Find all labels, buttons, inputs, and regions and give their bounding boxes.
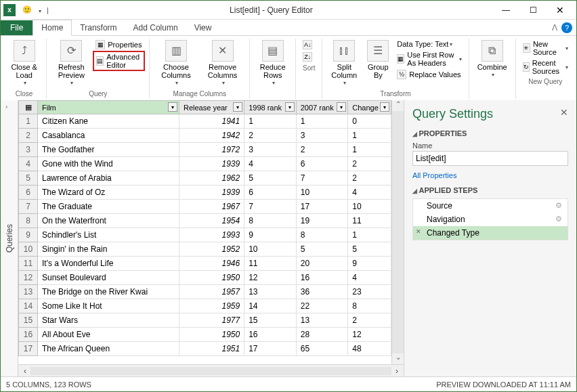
cell-2007[interactable]: 10 [296, 186, 348, 200]
cell-1998[interactable]: 10 [244, 242, 297, 257]
cell-2007[interactable]: 3 [296, 129, 348, 143]
cell-1998[interactable]: 7 [244, 200, 297, 214]
transform-tab[interactable]: Transform [72, 20, 125, 35]
cell-change[interactable]: 1 [348, 143, 391, 157]
cell-2007[interactable]: 6 [296, 157, 348, 171]
cell-change[interactable]: 1 [348, 129, 391, 143]
new-source-button[interactable]: ✳New Source [520, 39, 571, 58]
cell-1998[interactable]: 2 [244, 129, 297, 143]
column-header[interactable]: 2007 rank▾ [296, 101, 348, 114]
cell-film[interactable]: Lawrence of Arabia [38, 171, 179, 186]
cell-2007[interactable]: 8 [296, 228, 348, 242]
cell-1998[interactable]: 11 [244, 257, 297, 271]
column-header[interactable]: Change▾ [348, 101, 391, 114]
cell-film[interactable]: The African Queen [38, 342, 179, 356]
cell-2007[interactable]: 36 [296, 285, 348, 299]
cell-year[interactable]: 1941 [179, 114, 244, 129]
file-tab[interactable]: File [1, 20, 33, 35]
cell-2007[interactable]: 7 [296, 171, 348, 186]
cell-film[interactable]: The Bridge on the River Kwai [38, 285, 179, 299]
scroll-down-icon[interactable]: ⌄ [392, 353, 404, 364]
remove-columns-button[interactable]: ✕Remove Columns [200, 39, 246, 89]
table-row[interactable]: 15 Star Wars 1977 15 13 2 [19, 313, 391, 328]
first-row-headers-button[interactable]: ▦Use First Row As Headers [394, 49, 464, 68]
cell-change[interactable]: 9 [348, 257, 391, 271]
cell-film[interactable]: Citizen Kane [38, 114, 179, 129]
cell-year[interactable]: 1977 [179, 313, 244, 328]
cell-1998[interactable]: 4 [244, 157, 297, 171]
query-name-input[interactable] [412, 151, 568, 166]
row-number[interactable]: 15 [19, 313, 38, 328]
applied-step[interactable]: Navigation⚙ [413, 213, 568, 226]
cell-1998[interactable]: 3 [244, 143, 297, 157]
properties-header[interactable]: PROPERTIES [412, 129, 568, 137]
cell-2007[interactable]: 22 [296, 299, 348, 313]
queries-sidebar-toggle[interactable]: › Queries [1, 100, 18, 376]
data-type-button[interactable]: Data Type: Text [394, 39, 464, 49]
cell-2007[interactable]: 13 [296, 313, 348, 328]
reduce-rows-button[interactable]: ▤Reduce Rows [254, 39, 291, 89]
cell-1998[interactable]: 6 [244, 186, 297, 200]
row-number[interactable]: 7 [19, 200, 38, 214]
collapse-ribbon[interactable]: ᐱ [548, 23, 561, 32]
cell-change[interactable]: 12 [348, 328, 391, 342]
maximize-button[interactable]: ☐ [519, 2, 547, 18]
cell-change[interactable]: 2 [348, 171, 391, 186]
all-properties-link[interactable]: All Properties [412, 171, 568, 179]
table-row[interactable]: 7 The Graduate 1967 7 17 10 [19, 200, 391, 214]
filter-icon[interactable]: ▾ [233, 102, 242, 112]
combine-button[interactable]: ⧉Combine [473, 39, 511, 81]
gear-icon[interactable]: ⚙ [555, 201, 562, 210]
cell-film[interactable]: The Wizard of Oz [38, 186, 179, 200]
close-settings-icon[interactable]: ✕ [560, 107, 568, 118]
view-tab[interactable]: View [186, 20, 220, 35]
cell-1998[interactable]: 13 [244, 285, 297, 299]
sort-desc-button[interactable]: Z↓ [300, 51, 318, 63]
cell-year[interactable]: 1962 [179, 171, 244, 186]
smiley-icon[interactable]: 🙂 [21, 5, 33, 14]
cell-1998[interactable]: 1 [244, 114, 297, 129]
cell-film[interactable]: The Godfather [38, 143, 179, 157]
split-column-button[interactable]: ⫿⫿Split Column [326, 39, 362, 89]
applied-steps-header[interactable]: APPLIED STEPS [412, 186, 568, 194]
cell-2007[interactable]: 1 [296, 114, 348, 129]
cell-change[interactable]: 2 [348, 157, 391, 171]
cell-year[interactable]: 1952 [179, 242, 244, 257]
cell-change[interactable]: 8 [348, 299, 391, 313]
cell-change[interactable]: 11 [348, 214, 391, 228]
row-number[interactable]: 10 [19, 242, 38, 257]
row-number[interactable]: 13 [19, 285, 38, 299]
table-row[interactable]: 1 Citizen Kane 1941 1 1 0 [19, 114, 391, 129]
row-number[interactable]: 2 [19, 129, 38, 143]
cell-2007[interactable]: 16 [296, 271, 348, 285]
table-row[interactable]: 8 On the Waterfront 1954 8 19 11 [19, 214, 391, 228]
cell-2007[interactable]: 2 [296, 143, 348, 157]
cell-change[interactable]: 48 [348, 342, 391, 356]
scroll-left-icon[interactable]: ‹ [20, 366, 30, 376]
cell-2007[interactable]: 20 [296, 257, 348, 271]
cell-1998[interactable]: 12 [244, 271, 297, 285]
cell-2007[interactable]: 19 [296, 214, 348, 228]
cell-year[interactable]: 1942 [179, 129, 244, 143]
cell-1998[interactable]: 9 [244, 228, 297, 242]
column-header[interactable]: 1998 rank▾ [244, 101, 297, 114]
row-number[interactable]: 5 [19, 171, 38, 186]
row-number[interactable]: 16 [19, 328, 38, 342]
add-column-tab[interactable]: Add Column [125, 20, 186, 35]
table-row[interactable]: 17 The African Queen 1951 17 65 48 [19, 342, 391, 356]
row-number[interactable]: 8 [19, 214, 38, 228]
cell-film[interactable]: Singin' in the Rain [38, 242, 179, 257]
cell-film[interactable]: The Graduate [38, 200, 179, 214]
cell-1998[interactable]: 15 [244, 313, 297, 328]
cell-film[interactable]: On the Waterfront [38, 214, 179, 228]
cell-film[interactable]: All About Eve [38, 328, 179, 342]
table-row[interactable]: 12 Sunset Boulevard 1950 12 16 4 [19, 271, 391, 285]
row-number[interactable]: 17 [19, 342, 38, 356]
help-icon[interactable]: ? [561, 22, 572, 33]
cell-2007[interactable]: 28 [296, 328, 348, 342]
cell-change[interactable]: 4 [348, 186, 391, 200]
filter-icon[interactable]: ▾ [337, 102, 346, 112]
table-row[interactable]: 16 All About Eve 1950 16 28 12 [19, 328, 391, 342]
cell-change[interactable]: 4 [348, 271, 391, 285]
filter-icon[interactable]: ▾ [168, 102, 177, 112]
